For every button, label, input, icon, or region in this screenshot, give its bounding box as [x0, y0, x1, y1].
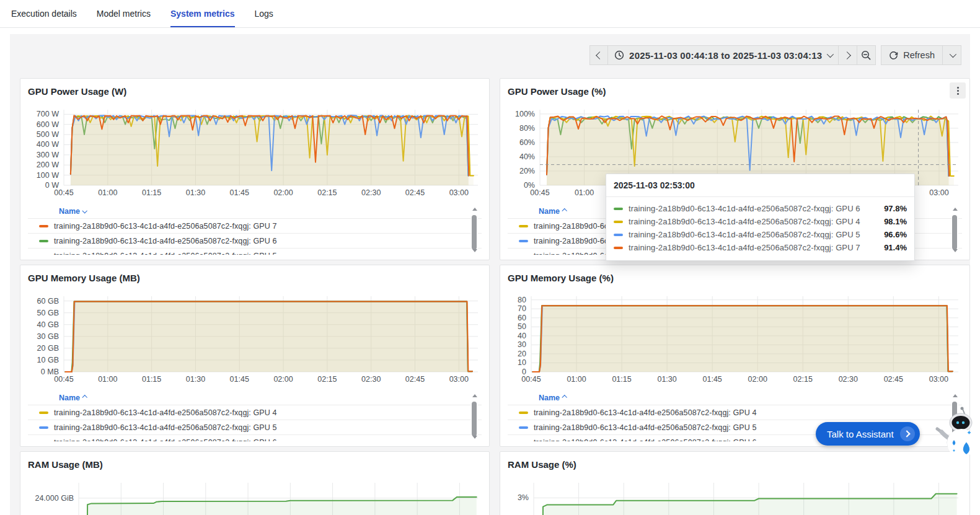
panel-gpu-mem-mb: GPU Memory Usage (MB)0 MB10 GB20 GB30 GB… — [20, 265, 490, 447]
scrollbar-thumb[interactable] — [472, 402, 477, 436]
chart-plot[interactable]: 0 MB10 GB20 GB30 GB40 GB50 GB60 GB00:450… — [28, 293, 483, 385]
sort-caret-icon — [82, 208, 87, 213]
x-axis-tick-label: 01:00 — [567, 375, 586, 384]
x-axis-tick-label: 01:45 — [230, 188, 249, 197]
assistant-label: Talk to Assistant — [827, 429, 894, 439]
chart-plot[interactable]: 0102030405060708000:4501:0001:1501:3001:… — [508, 293, 963, 385]
x-axis-tick-label: 01:00 — [98, 188, 117, 197]
chart-plot[interactable]: 3%00:4501:0001:1501:3001:4502:0002:1502:… — [508, 479, 963, 515]
panel-title[interactable]: RAM Usage (%) — [508, 458, 962, 472]
legend-scrollbar[interactable] — [471, 206, 478, 253]
legend-sort-name[interactable]: Name — [28, 392, 482, 405]
y-axis-tick-label: 100 W — [37, 171, 59, 180]
x-axis-tick-label: 00:45 — [521, 375, 541, 384]
x-axis-tick-label: 01:30 — [657, 375, 676, 384]
x-axis-tick-label: 02:45 — [405, 188, 425, 197]
y-axis-tick-label: 600 W — [37, 120, 59, 129]
kebab-menu-icon[interactable] — [950, 82, 966, 99]
sort-caret-icon — [562, 208, 567, 213]
legend-row[interactable]: training-2a18b9d0-6c13-4c1d-a4fd-e2506a5… — [28, 248, 482, 255]
series-color-chip — [614, 234, 623, 236]
panel-title[interactable]: GPU Power Usage (W) — [28, 85, 482, 99]
refresh-button[interactable]: Refresh — [881, 45, 943, 65]
tab-model-metrics[interactable]: Model metrics — [97, 0, 151, 27]
scroll-up-icon[interactable] — [953, 208, 958, 211]
legend-row[interactable]: training-2a18b9d0-6c13-4c1d-a4fd-e2506a5… — [508, 405, 962, 420]
y-axis-tick-label: 30 GB — [37, 332, 59, 341]
legend-scrollbar[interactable] — [471, 393, 478, 440]
y-axis-tick-label: 50 GB — [37, 309, 59, 317]
scroll-down-icon[interactable] — [472, 249, 477, 252]
y-axis-tick-label: 40% — [519, 152, 535, 161]
time-range-text: 2025-11-03 00:44:18 to 2025-11-03 03:04:… — [629, 50, 822, 61]
panel-gpu-power-pct: GPU Power Usage (%)0%20%40%60%80%100%00:… — [500, 78, 970, 260]
panel-title[interactable]: RAM Usage (MB) — [28, 458, 482, 472]
legend-scrollbar[interactable] — [951, 206, 958, 253]
scrollbar-thumb[interactable] — [952, 215, 957, 250]
scroll-up-icon[interactable] — [472, 208, 477, 211]
panel-title[interactable]: GPU Memory Usage (%) — [508, 271, 962, 285]
legend-row[interactable]: training-2a18b9d0-6c13-4c1d-a4fd-e2506a5… — [28, 405, 482, 420]
legend-row[interactable]: training-2a18b9d0-6c13-4c1d-a4fd-e2506a5… — [28, 420, 482, 434]
x-axis-tick-label: 03:00 — [929, 188, 948, 197]
panel-title[interactable]: GPU Memory Usage (MB) — [28, 271, 482, 285]
x-axis-tick-label: 03:00 — [929, 375, 948, 384]
zoom-out-time-button[interactable] — [857, 45, 876, 65]
chart-tooltip: 2025-11-03 02:53:00training-2a18b9d0-6c1… — [606, 174, 915, 261]
legend-row[interactable]: training-2a18b9d0-6c13-4c1d-a4fd-e2506a5… — [28, 434, 482, 441]
x-axis-tick-label: 03:00 — [449, 375, 469, 384]
y-axis-tick-label: 80% — [519, 124, 535, 133]
time-shift-forward-button[interactable] — [839, 45, 857, 65]
sort-caret-icon — [562, 395, 567, 400]
legend-sort-name[interactable]: Name — [28, 205, 482, 218]
legend: Nametraining-2a18b9d0-6c13-4c1d-a4fd-e25… — [28, 392, 482, 441]
series-color-chip — [39, 240, 48, 242]
series-color-chip — [519, 255, 528, 255]
legend: Nametraining-2a18b9d0-6c13-4c1d-a4fd-e25… — [28, 205, 482, 255]
y-axis-tick-label: 400 W — [37, 140, 59, 149]
scroll-up-icon[interactable] — [472, 394, 477, 397]
robot-mascot[interactable] — [929, 404, 977, 461]
y-axis-tick-label: 30 — [518, 340, 526, 349]
x-axis-tick-label: 02:15 — [317, 188, 337, 197]
tab-system-metrics[interactable]: System metrics — [170, 0, 235, 27]
x-axis-tick-label: 02:45 — [884, 375, 903, 384]
scroll-down-icon[interactable] — [472, 436, 477, 439]
y-axis-tick-label: 70 — [518, 304, 526, 313]
series-color-chip — [519, 412, 528, 414]
time-shift-back-button[interactable] — [589, 45, 608, 65]
time-range-picker-button[interactable]: 2025-11-03 00:44:18 to 2025-11-03 03:04:… — [608, 45, 839, 65]
panel-title[interactable]: GPU Power Usage (%) — [508, 85, 962, 99]
legend-label: training-2a18b9d0-6c13-4c1d-a4fd-e2506a5… — [54, 252, 277, 255]
chart-plot[interactable]: 0 W100 W200 W300 W400 W500 W600 W700 W00… — [28, 106, 483, 199]
scroll-down-icon[interactable] — [953, 249, 958, 252]
scrollbar-thumb[interactable] — [472, 215, 477, 250]
tab-logs[interactable]: Logs — [255, 0, 273, 27]
legend-label: training-2a18b9d0-6c13-4c1d-a4fd-e2506a5… — [54, 408, 277, 417]
y-axis-tick-label: 200 W — [37, 161, 59, 169]
refresh-interval-dropdown[interactable] — [943, 45, 961, 65]
tab-execution-details[interactable]: Execution details — [11, 0, 77, 27]
x-axis-tick-label: 01:00 — [575, 188, 594, 197]
legend-label: training-2a18b9d0-6c13-4c1d-a4fd-e2506a5… — [54, 438, 277, 442]
x-axis-tick-label: 01:30 — [186, 188, 205, 197]
x-axis-tick-label: 01:30 — [186, 375, 205, 384]
refresh-icon — [889, 51, 898, 60]
legend-row[interactable]: training-2a18b9d0-6c13-4c1d-a4fd-e2506a5… — [28, 218, 482, 233]
panel-gpu-mem-pct: GPU Memory Usage (%)0102030405060708000:… — [500, 265, 970, 447]
legend-row[interactable]: training-2a18b9d0-6c13-4c1d-a4fd-e2506a5… — [28, 233, 482, 248]
scroll-up-icon[interactable] — [953, 394, 958, 397]
tooltip-series-value: 91.4% — [884, 243, 907, 252]
talk-to-assistant-button[interactable]: Talk to Assistant — [816, 422, 920, 446]
y-axis-tick-label: 500 W — [37, 130, 59, 139]
sort-caret-icon — [82, 395, 87, 400]
x-axis-tick-label: 02:00 — [748, 375, 767, 384]
y-axis-tick-label: 80 — [518, 296, 526, 304]
legend-label: training-2a18b9d0-6c13-4c1d-a4fd-e2506a5… — [534, 423, 757, 432]
series-color-chip — [614, 208, 623, 210]
legend-label: training-2a18b9d0-6c13-4c1d-a4fd-e2506a5… — [534, 438, 757, 442]
y-axis-tick-label: 50 — [518, 322, 526, 331]
y-axis-tick-label: 10 — [518, 358, 526, 367]
legend-sort-name[interactable]: Name — [508, 392, 962, 405]
chart-plot[interactable]: 24.000 GiB00:4501:0001:1501:3001:4502:00… — [28, 479, 483, 515]
